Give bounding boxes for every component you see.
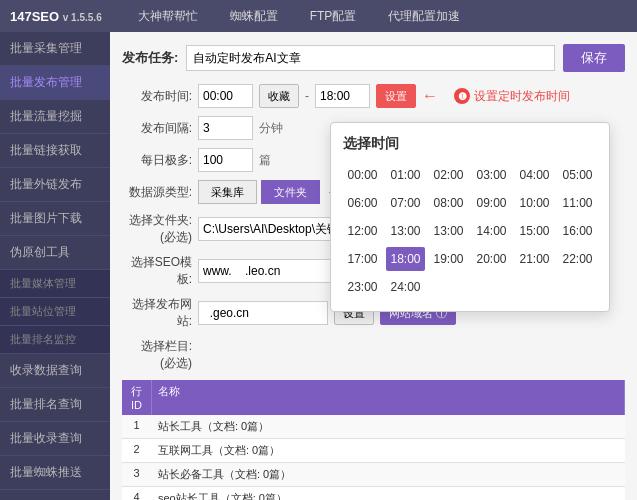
time-cell[interactable]: 00:00 — [343, 163, 382, 187]
time-cell[interactable]: 09:00 — [472, 191, 511, 215]
sidebar-item-sogou-push[interactable]: 搜狐验证推送 — [0, 490, 110, 500]
time-cell[interactable]: 15:00 — [515, 219, 554, 243]
time-cell[interactable]: 13:00 — [386, 219, 425, 243]
row-id: 1 — [122, 415, 152, 438]
table-row[interactable]: 2 互联网工具（文档: 0篇） — [122, 439, 625, 463]
table-header: 行ID 名称 — [122, 380, 625, 415]
daily-label: 每日极多: — [122, 152, 192, 169]
time-cell[interactable]: 11:00 — [558, 191, 597, 215]
daily-unit: 篇 — [259, 152, 271, 169]
time-cell[interactable]: 24:00 — [386, 275, 425, 299]
daily-input[interactable] — [198, 148, 253, 172]
source-btn-group: 采集库 文件夹 — [198, 180, 320, 204]
time-cell[interactable]: 07:00 — [386, 191, 425, 215]
time-cell[interactable]: 05:00 — [558, 163, 597, 187]
interval-input[interactable] — [198, 116, 253, 140]
task-label: 发布任务: — [122, 49, 178, 67]
time-cell[interactable]: 06:00 — [343, 191, 382, 215]
app-logo: 147SEO v 1.5.5.6 — [10, 9, 102, 24]
nav-item-proxy[interactable]: 代理配置加速 — [382, 8, 466, 25]
time-cell[interactable]: 12:00 — [343, 219, 382, 243]
time-dash: - — [305, 89, 309, 103]
row-name: 站长工具（文档: 0篇） — [152, 415, 625, 438]
table-row[interactable]: 4 seo站长工具（文档: 0篇） — [122, 487, 625, 500]
task-bar: 发布任务: 保存 — [122, 44, 625, 72]
annotation-time: ❶ 设置定时发布时间 — [454, 88, 570, 105]
dir-table: 行ID 名称 1 站长工具（文档: 0篇） 2 互联网工具（文档: 0篇） 3 … — [122, 380, 625, 500]
table-row[interactable]: 3 站长必备工具（文档: 0篇） — [122, 463, 625, 487]
time-grid: 00:0001:0002:0003:0004:0005:0006:0007:00… — [343, 163, 597, 299]
interval-unit: 分钟 — [259, 120, 283, 137]
sidebar-item-traffic[interactable]: 批量流量挖掘 — [0, 100, 110, 134]
time-cell[interactable]: 21:00 — [515, 247, 554, 271]
time-cell[interactable]: 17:00 — [343, 247, 382, 271]
task-input[interactable] — [186, 45, 555, 71]
time-cell[interactable]: 10:00 — [515, 191, 554, 215]
time-picker-title: 选择时间 — [343, 135, 597, 153]
row-name: seo站长工具（文档: 0篇） — [152, 487, 625, 500]
time-cell[interactable]: 04:00 — [515, 163, 554, 187]
time-cell[interactable]: 03:00 — [472, 163, 511, 187]
time-end-input[interactable] — [315, 84, 370, 108]
nav-item-spider[interactable]: 蜘蛛配置 — [224, 8, 284, 25]
time-cell[interactable]: 08:00 — [429, 191, 468, 215]
row-id: 4 — [122, 487, 152, 500]
dir-label: 选择栏目: (必选) — [122, 338, 192, 372]
time-cell[interactable]: 22:00 — [558, 247, 597, 271]
row-id: 2 — [122, 439, 152, 462]
app-version: v 1.5.5.6 — [63, 12, 102, 23]
col-header-name: 名称 — [152, 380, 625, 415]
row-name: 站长必备工具（文档: 0篇） — [152, 463, 625, 486]
sidebar-item-collect[interactable]: 批量采集管理 — [0, 32, 110, 66]
time-cell[interactable]: 18:00 — [386, 247, 425, 271]
sidebar-group-media: 批量媒体管理 — [0, 270, 110, 298]
source-folder-btn[interactable]: 文件夹 — [261, 180, 320, 204]
app-name: 147SEO — [10, 9, 59, 24]
time-cell[interactable]: 01:00 — [386, 163, 425, 187]
nav-item-ftp[interactable]: FTP配置 — [304, 8, 363, 25]
time-cell[interactable]: 20:00 — [472, 247, 511, 271]
sidebar-item-index-query[interactable]: 收录数据查询 — [0, 354, 110, 388]
sidebar-group-site: 批量站位管理 — [0, 298, 110, 326]
seo-label: 选择SEO模板: — [122, 254, 192, 288]
site-label: 选择发布网站: — [122, 296, 192, 330]
sidebar-item-links[interactable]: 批量链接获取 — [0, 134, 110, 168]
arrow-icon-time: ← — [422, 87, 438, 105]
table-row[interactable]: 1 站长工具（文档: 0篇） — [122, 415, 625, 439]
time-cell[interactable]: 02:00 — [429, 163, 468, 187]
sidebar-item-rewrite[interactable]: 伪原创工具 — [0, 236, 110, 270]
sidebar-group-rank: 批量排名监控 — [0, 326, 110, 354]
sidebar-item-spider-push[interactable]: 批量蜘蛛推送 — [0, 456, 110, 490]
time-label: 发布时间: — [122, 88, 192, 105]
row-name: 互联网工具（文档: 0篇） — [152, 439, 625, 462]
time-cell[interactable]: 23:00 — [343, 275, 382, 299]
col-header-id: 行ID — [122, 380, 152, 415]
main-content: 发布任务: 保存 发布时间: 收藏 - 设置 ← ❶ 设置定时发布时间 发布间隔… — [110, 32, 637, 500]
time-row: 发布时间: 收藏 - 设置 ← ❶ 设置定时发布时间 — [122, 84, 625, 108]
sidebar-item-external[interactable]: 批量外链发布 — [0, 168, 110, 202]
source-label: 数据源类型: — [122, 184, 192, 201]
sidebar-item-publish[interactable]: 批量发布管理 — [0, 66, 110, 100]
dir-row: 选择栏目: (必选) — [122, 338, 625, 372]
sidebar-item-index-check[interactable]: 批量收录查询 — [0, 422, 110, 456]
time-collect-btn[interactable]: 收藏 — [259, 84, 299, 108]
time-start-input[interactable] — [198, 84, 253, 108]
time-set-btn[interactable]: 设置 — [376, 84, 416, 108]
sidebar-item-images[interactable]: 批量图片下载 — [0, 202, 110, 236]
nav-item-helper[interactable]: 大神帮帮忙 — [132, 8, 204, 25]
interval-label: 发布间隔: — [122, 120, 192, 137]
save-button[interactable]: 保存 — [563, 44, 625, 72]
source-collect-btn[interactable]: 采集库 — [198, 180, 257, 204]
sidebar: 批量采集管理 批量发布管理 批量流量挖掘 批量链接获取 批量外链发布 批量图片下… — [0, 32, 110, 500]
time-cell[interactable]: 14:00 — [472, 219, 511, 243]
top-navigation: 147SEO v 1.5.5.6 大神帮帮忙 蜘蛛配置 FTP配置 代理配置加速 — [0, 0, 637, 32]
file-label: 选择文件夹: (必选) — [122, 212, 192, 246]
time-cell[interactable]: 19:00 — [429, 247, 468, 271]
time-cell[interactable]: 13:00 — [429, 219, 468, 243]
sidebar-item-rank-query[interactable]: 批量排名查询 — [0, 388, 110, 422]
site-input[interactable] — [198, 301, 328, 325]
time-picker-overlay: 选择时间 00:0001:0002:0003:0004:0005:0006:00… — [330, 122, 610, 312]
time-cell[interactable]: 16:00 — [558, 219, 597, 243]
row-id: 3 — [122, 463, 152, 486]
